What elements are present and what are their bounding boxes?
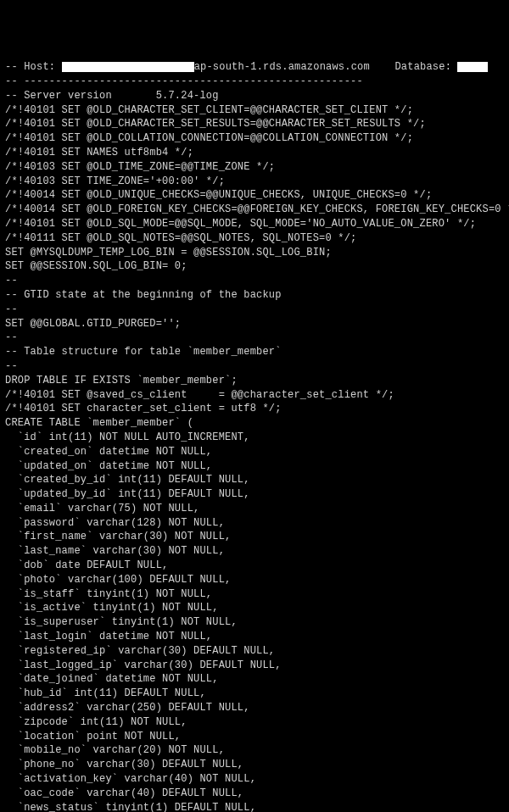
terminal-line: `activation_key` varchar(40) NOT NULL,	[5, 772, 504, 787]
terminal-line: `created_on` datetime NOT NULL,	[5, 445, 504, 459]
terminal-line: /*!40111 SET @OLD_SQL_NOTES=@@SQL_NOTES,…	[5, 231, 504, 246]
terminal-line: `id` int(11) NOT NULL AUTO_INCREMENT,	[5, 431, 504, 445]
terminal-line: /*!40101 SET NAMES utf8mb4 */;	[5, 146, 504, 160]
terminal-line: `mobile_no` varchar(20) NOT NULL,	[5, 743, 504, 758]
terminal-line: `last_name` varchar(30) NOT NULL,	[5, 544, 504, 559]
terminal-line: -- GTID state at the beginning of the ba…	[5, 288, 504, 303]
terminal-line: `oac_code` varchar(40) DEFAULT NULL,	[5, 787, 504, 801]
terminal-line: `last_logged_ip` varchar(30) DEFAULT NUL…	[5, 659, 504, 673]
terminal-line: `zipcode` int(11) NOT NULL,	[5, 715, 504, 730]
terminal-line: /*!40103 SET TIME_ZONE='+00:00' */;	[5, 175, 504, 189]
terminal-line: /*!40101 SET @OLD_COLLATION_CONNECTION=@…	[5, 131, 504, 146]
terminal-line: `is_superuser` tinyint(1) NOT NULL,	[5, 615, 504, 630]
terminal-line: `is_staff` tinyint(1) NOT NULL,	[5, 587, 504, 602]
redacted-block	[457, 62, 488, 72]
terminal-line: `email` varchar(75) NOT NULL,	[5, 502, 504, 516]
terminal-line: --	[5, 274, 504, 288]
terminal-line: `created_by_id` int(11) DEFAULT NULL,	[5, 473, 504, 487]
terminal-line: `address2` varchar(250) DEFAULT NULL,	[5, 701, 504, 715]
terminal-line: /*!40101 SET @saved_cs_client = @@charac…	[5, 388, 504, 403]
terminal-line: /*!40101 SET @OLD_CHARACTER_SET_CLIENT=@…	[5, 103, 504, 118]
terminal-line: --	[5, 303, 504, 317]
terminal-line: SET @MYSQLDUMP_TEMP_LOG_BIN = @@SESSION.…	[5, 246, 504, 260]
terminal-line: `updated_by_id` int(11) DEFAULT NULL,	[5, 487, 504, 502]
terminal-line: /*!40014 SET @OLD_FOREIGN_KEY_CHECKS=@@F…	[5, 203, 504, 217]
terminal-line: `password` varchar(128) NOT NULL,	[5, 516, 504, 531]
terminal-line: -- Table structure for table `member_mem…	[5, 345, 504, 359]
terminal-line: `phone_no` varchar(30) DEFAULT NULL,	[5, 758, 504, 772]
terminal-line: `dob` date DEFAULT NULL,	[5, 559, 504, 573]
terminal-line: /*!40014 SET @OLD_UNIQUE_CHECKS=@@UNIQUE…	[5, 188, 504, 203]
terminal-line: -- -------------------------------------…	[5, 75, 504, 89]
terminal-line: `is_active` tinyint(1) NOT NULL,	[5, 601, 504, 615]
terminal-line: DROP TABLE IF EXISTS `member_member`;	[5, 374, 504, 388]
terminal-line: `date_joined` datetime NOT NULL,	[5, 672, 504, 687]
terminal-output: -- Host: ap-south-1.rds.amazonaws.com Da…	[5, 60, 504, 812]
terminal-line: /*!40103 SET @OLD_TIME_ZONE=@@TIME_ZONE …	[5, 160, 504, 175]
terminal-line: `registered_ip` varchar(30) DEFAULT NULL…	[5, 644, 504, 659]
terminal-line: `location` point NOT NULL,	[5, 730, 504, 744]
terminal-line: SET @@GLOBAL.GTID_PURGED='';	[5, 317, 504, 331]
terminal-line: /*!40101 SET @OLD_CHARACTER_SET_RESULTS=…	[5, 117, 504, 131]
terminal-line: /*!40101 SET character_set_client = utf8…	[5, 402, 504, 416]
terminal-line: -- Server version 5.7.24-log	[5, 89, 504, 103]
terminal-line: `photo` varchar(100) DEFAULT NULL,	[5, 573, 504, 587]
terminal-line: `hub_id` int(11) DEFAULT NULL,	[5, 687, 504, 701]
terminal-line: -- Host: ap-south-1.rds.amazonaws.com Da…	[5, 60, 504, 75]
terminal-line: SET @@SESSION.SQL_LOG_BIN= 0;	[5, 259, 504, 274]
redacted-block	[62, 62, 194, 72]
terminal-line: CREATE TABLE `member_member` (	[5, 416, 504, 431]
terminal-line: --	[5, 359, 504, 374]
terminal-line: `news_status` tinyint(1) DEFAULT NULL,	[5, 801, 504, 812]
terminal-line: `last_login` datetime NOT NULL,	[5, 630, 504, 644]
terminal-line: --	[5, 331, 504, 345]
terminal-line: `updated_on` datetime NOT NULL,	[5, 459, 504, 474]
terminal-line: /*!40101 SET @OLD_SQL_MODE=@@SQL_MODE, S…	[5, 217, 504, 231]
terminal-line: `first_name` varchar(30) NOT NULL,	[5, 530, 504, 544]
